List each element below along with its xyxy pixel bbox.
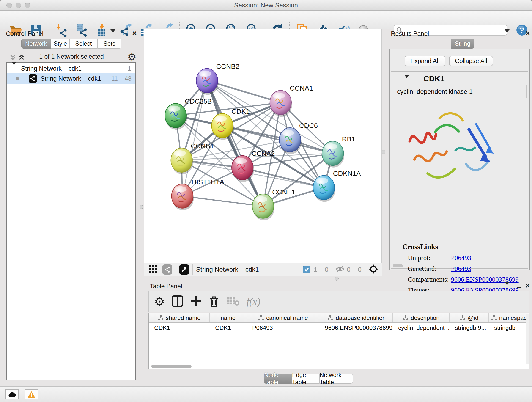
shared-column-tree-icon <box>460 315 466 321</box>
column-header-name[interactable]: name <box>210 313 247 322</box>
column-header-database-identifier[interactable]: database identifier <box>319 313 393 322</box>
table-panel-close-icon[interactable]: ✕ <box>525 282 530 289</box>
create-column-icon[interactable] <box>190 295 202 308</box>
fit-content-crosshair-icon[interactable] <box>368 264 379 275</box>
status-bar: Memory <box>0 386 532 402</box>
network-node-CDC6[interactable]: CDC6 <box>279 122 318 154</box>
window-title: Session: New Session <box>0 0 532 11</box>
crosslink-link[interactable]: P06493 <box>451 254 471 262</box>
network-node-CCNB2[interactable]: CCNB2 <box>196 63 239 95</box>
collapse-all-button[interactable]: Collapse All <box>449 56 493 66</box>
tab-edge-table[interactable]: Edge Table <box>292 374 319 384</box>
birds-eye-view-icon[interactable] <box>179 264 189 274</box>
show-columns-icon[interactable] <box>171 295 183 308</box>
network-node-RB1[interactable]: RB1 <box>322 135 355 167</box>
gene-symbol: CDK1 <box>423 74 445 83</box>
results-scrollbar-thumb[interactable] <box>393 264 403 268</box>
network-canvas[interactable]: CCNB2CCNA1CDC25BCDK1CDC6RB1CCNB1CCNA2CDK… <box>144 29 382 263</box>
network-node-CCNE1[interactable]: CCNE1 <box>252 188 295 220</box>
expand-all-button[interactable]: Expand All <box>405 56 445 66</box>
table-panel-header: Table Panel □ ✕ <box>145 282 532 291</box>
network-view-toolbar: String Network – cdk1 1 – 0 0 – 0 <box>144 263 382 276</box>
node-label-CCNE1: CCNE1 <box>272 188 295 196</box>
column-header-description[interactable]: description <box>393 313 450 322</box>
table-cell[interactable]: 9606.ENSP00000378699 <box>319 323 393 332</box>
results-panel-float-icon[interactable]: □ <box>517 29 521 36</box>
selected-checkbox[interactable] <box>303 266 310 274</box>
network-share-view-icon[interactable] <box>162 264 172 274</box>
control-panel-collapse-icon[interactable] <box>110 32 115 37</box>
right-splitter-handle[interactable] <box>382 150 385 154</box>
tab-style[interactable]: Style <box>51 38 70 49</box>
node-label-CDC6: CDC6 <box>299 122 318 129</box>
table-vscrollbar-track[interactable] <box>526 313 529 364</box>
crosslink-label: Uniprot: <box>408 254 451 262</box>
network-selection-summary: 1 of 1 Network selected <box>32 53 110 60</box>
table-cell[interactable]: stringdb <box>489 323 529 332</box>
node-label-RB1: RB1 <box>342 135 355 143</box>
expand-all-networks-icon[interactable] <box>17 53 26 62</box>
delete-table-icon[interactable] <box>227 296 240 307</box>
network-tree-root-row[interactable]: String Network – cdk1 1 <box>7 64 135 73</box>
tab-select[interactable]: Select <box>70 38 97 49</box>
table-cell[interactable]: stringdb:9... <box>450 323 489 332</box>
collapse-all-networks-icon[interactable] <box>9 53 17 62</box>
tab-sets[interactable]: Sets <box>97 38 121 49</box>
grid-view-icon[interactable] <box>148 264 158 274</box>
network-collection-label: String Network – cdk1 <box>21 65 82 72</box>
title-bar: Session: New Session <box>0 0 532 11</box>
cloud-button[interactable] <box>6 389 19 400</box>
table-cell[interactable]: CDK1 <box>210 323 247 332</box>
table-cell[interactable]: cyclin–dependent ... <box>393 323 450 332</box>
column-header-@id[interactable]: @id <box>450 313 489 322</box>
shared-column-tree-icon <box>327 315 333 321</box>
network-edge-HIST1H1A-CCNE1[interactable] <box>182 196 263 206</box>
network-node-HIST1H1A[interactable]: HIST1H1A <box>172 178 224 211</box>
column-header-shared-name[interactable]: shared name <box>149 313 210 322</box>
table-row[interactable]: CDK1CDK1P064939606.ENSP00000378699cyclin… <box>149 323 529 332</box>
crosslink-link[interactable]: P06493 <box>451 265 471 273</box>
function-builder-icon[interactable]: f(x) <box>247 296 260 307</box>
shared-column-tree-icon <box>158 315 164 321</box>
hidden-count: 0 – 0 <box>347 266 362 274</box>
close-window-button[interactable] <box>6 2 12 8</box>
maximize-window-button[interactable] <box>25 2 30 8</box>
network-tree: String Network – cdk1 1 String Network –… <box>6 62 136 380</box>
column-header-canonical-name[interactable]: canonical name <box>247 313 319 322</box>
table-cell[interactable]: P06493 <box>247 323 319 332</box>
control-panel-title: Control Panel <box>6 30 44 37</box>
table-options-gear-icon[interactable]: ⚙ <box>154 296 165 307</box>
tab-node-table[interactable]: Node Table <box>264 374 292 384</box>
table-hscrollbar-thumb[interactable] <box>151 365 191 368</box>
network-tree-child-row[interactable]: String Network – cdk1 11 48 <box>7 73 135 84</box>
tab-network[interactable]: Network <box>21 38 51 49</box>
left-splitter-handle[interactable] <box>140 205 143 209</box>
node-label-CDK1: CDK1 <box>231 108 250 115</box>
horizontal-splitter-handle[interactable] <box>335 277 339 281</box>
warning-button[interactable] <box>25 389 38 400</box>
column-header-label: shared name <box>166 314 201 322</box>
node-label-CCNA2: CCNA2 <box>252 150 275 157</box>
network-node-CCNB1[interactable]: CCNB1 <box>171 142 214 174</box>
gene-disclosure-icon[interactable] <box>404 78 409 82</box>
minimize-window-button[interactable] <box>16 2 21 8</box>
protein-structure-image <box>400 102 499 191</box>
network-node-CDKN1A[interactable]: CDKN1A <box>313 170 361 202</box>
column-header-namespac[interactable]: namespac <box>489 313 529 322</box>
results-panel-close-icon[interactable]: ✕ <box>525 30 530 37</box>
table-panel-collapse-icon[interactable] <box>505 285 510 289</box>
tree-disclosure-icon[interactable] <box>12 65 16 72</box>
results-panel-body: Expand All Collapse All CDK1 cyclin–depe… <box>389 49 530 270</box>
control-panel-float-icon[interactable]: □ <box>123 29 127 36</box>
table-header-row: shared namenamecanonical namedatabase id… <box>149 313 529 323</box>
delete-column-icon[interactable] <box>208 295 220 308</box>
network-edge-CCNB2-CCNE1[interactable] <box>207 81 263 206</box>
tab-network-table[interactable]: Network Table <box>319 374 353 384</box>
network-options-gear-icon[interactable]: ⚙ <box>127 51 136 63</box>
table-cell[interactable]: CDK1 <box>149 323 210 332</box>
table-panel-float-icon[interactable]: □ <box>517 282 521 289</box>
tab-string[interactable]: String <box>451 38 474 49</box>
network-node-CCNA1[interactable]: CCNA1 <box>270 84 313 117</box>
results-panel-collapse-icon[interactable] <box>505 32 510 37</box>
control-panel-close-icon[interactable]: ✕ <box>132 30 137 37</box>
